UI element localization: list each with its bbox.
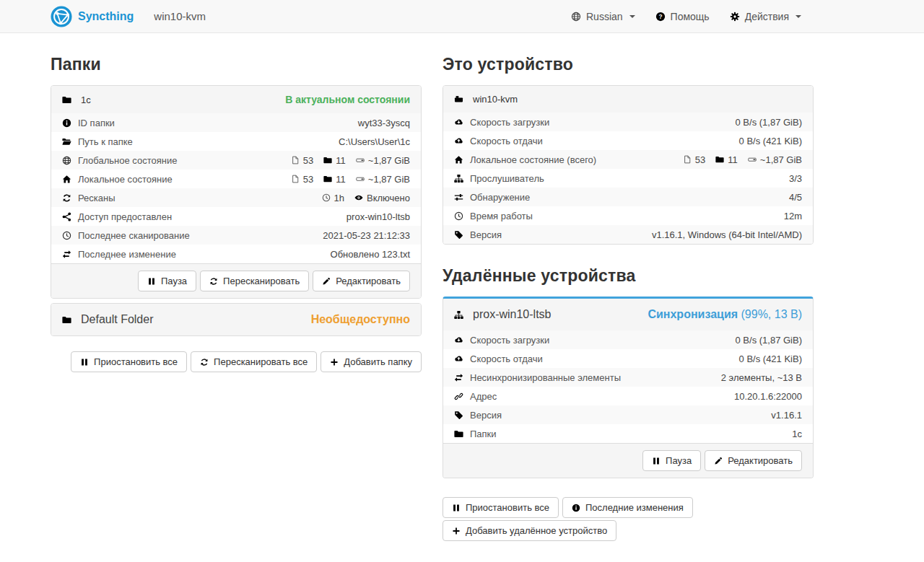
this-device-details-table: Скорость загрузки 0 B/s (1,87 GiB) Скоро… — [443, 113, 813, 244]
sliders-icon — [454, 193, 463, 202]
row-download-rate: Скорость загрузки 0 B/s (1,87 GiB) — [443, 330, 813, 349]
folder-outline-icon — [323, 175, 332, 183]
language-menu-label: Russian — [586, 11, 623, 22]
folder-details-table: ID папки wyt33-3yscq Путь к папке C:\Use… — [51, 113, 421, 263]
row-version: Версия v1.16.1, Windows (64-bit Intel/AM… — [443, 225, 813, 244]
this-device-panel: win10-kvm Скорость загрузки 0 B/s (1,87 … — [443, 85, 814, 245]
folder-panel-1c: 1c В актуальном состоянии ID папки wyt33… — [51, 85, 422, 299]
row-last-scan: Последнее сканирование 2021-05-23 21:12:… — [51, 226, 421, 245]
remote-device-panel-header[interactable]: prox-win10-ltsb Синхронизация (99%, 13 B… — [443, 299, 813, 330]
devices-actions: Приостановить все Последние изменения До… — [443, 497, 814, 541]
out-of-sync-link[interactable]: 2 элементы, ~13 B — [721, 372, 802, 383]
remote-device-title: prox-win10-ltsb — [473, 308, 551, 321]
caret-down-icon — [629, 15, 635, 18]
this-device-panel-header[interactable]: win10-kvm — [443, 86, 813, 113]
pause-icon — [652, 457, 661, 465]
pause-icon — [452, 504, 461, 512]
cloud-upload-icon — [454, 354, 463, 364]
actions-menu[interactable]: Действия — [730, 11, 801, 22]
device-icon — [454, 95, 463, 104]
share-icon — [62, 212, 71, 221]
clock-icon — [62, 231, 71, 240]
folder-pause-button[interactable]: Пауза — [138, 271, 196, 291]
hdd-icon — [748, 155, 757, 164]
folder-status-badge: Необщедоступно — [311, 313, 410, 326]
row-last-change: Последнее изменение Обновлено 123.txt — [51, 245, 421, 263]
folder-icon — [454, 429, 463, 439]
folder-title: 1c — [81, 95, 91, 105]
folder-icon — [62, 315, 71, 325]
exchange-icon — [62, 250, 71, 259]
folder-open-icon — [62, 137, 71, 146]
clock-icon — [454, 211, 463, 221]
folder-edit-button[interactable]: Редактировать — [313, 271, 410, 291]
folder-status-badge: В актуальном состоянии — [285, 94, 410, 105]
cloud-upload-icon — [454, 136, 463, 146]
remote-device-status-badge: Синхронизация (99%, 13 B) — [648, 308, 802, 321]
remote-device-icon — [454, 310, 463, 320]
help-menu-label: Помощь — [671, 11, 710, 22]
rescan-all-button[interactable]: Пересканировать все — [191, 351, 317, 372]
devices-section: Это устройство win10-kvm Скорость загруз… — [443, 33, 814, 541]
info-circle-icon — [62, 118, 71, 128]
file-icon — [291, 175, 300, 183]
remote-pause-button[interactable]: Пауза — [642, 450, 701, 471]
recent-changes-button[interactable]: Последние изменения — [562, 497, 693, 518]
row-discovery: Обнаружение 4/5 — [443, 188, 813, 206]
row-version: Версия v1.16.1 — [443, 405, 813, 424]
refresh-icon — [200, 358, 209, 366]
row-local-state-total: Локальное состояние (всего) 53 11 ~1,87 … — [443, 150, 813, 169]
row-folder-id: ID папки wyt33-3yscq — [51, 113, 421, 132]
globe-icon — [62, 156, 71, 165]
row-folder-path: Путь к папке C:\Users\User\1c — [51, 132, 421, 151]
row-listeners: Прослушиватель 3/3 — [443, 169, 813, 188]
row-upload-rate: Скорость отдачи 0 B/s (421 KiB) — [443, 131, 813, 150]
help-menu[interactable]: Помощь — [655, 11, 710, 22]
syncthing-brand[interactable]: Syncthing — [51, 6, 134, 27]
tag-icon — [454, 230, 463, 240]
language-menu[interactable]: Russian — [571, 11, 635, 22]
exchange-icon — [454, 373, 463, 382]
actions-menu-label: Действия — [745, 11, 789, 22]
remote-edit-button[interactable]: Редактировать — [705, 450, 802, 471]
row-global-state: Глобальное состояние 53 11 ~1,87 GiB — [51, 151, 421, 170]
cloud-download-icon — [454, 118, 463, 127]
row-out-of-sync-items: Несинхронизированные элементы 2 элементы… — [443, 368, 813, 387]
device-title: win10-kvm — [473, 94, 518, 105]
folder-title: Default Folder — [81, 313, 154, 326]
folder-panel-footer: Пауза Пересканировать Редактировать — [51, 263, 421, 298]
caret-down-icon — [796, 15, 801, 18]
hdd-icon — [356, 175, 365, 183]
info-circle-icon — [572, 504, 580, 512]
row-shared-with: Доступ предоставлен prox-win10-ltsb — [51, 207, 421, 226]
pause-icon — [147, 277, 156, 286]
row-local-state: Локальное состояние 53 11 ~1,87 GiB — [51, 170, 421, 188]
navbar-device-name: win10-kvm — [154, 10, 206, 22]
pause-all-devices-button[interactable]: Приостановить все — [443, 497, 559, 518]
file-icon — [291, 156, 300, 164]
row-download-rate: Скорость загрузки 0 B/s (1,87 GiB) — [443, 113, 813, 131]
add-remote-device-button[interactable]: Добавить удалённое устройство — [443, 520, 616, 541]
syncthing-logo-icon — [51, 6, 72, 27]
add-folder-button[interactable]: Добавить папку — [321, 351, 422, 372]
refresh-icon — [62, 193, 71, 203]
row-folders: Папки 1c — [443, 424, 813, 443]
remote-device-panel: prox-win10-ltsb Синхронизация (99%, 13 B… — [443, 297, 814, 478]
sitemap-icon — [454, 174, 463, 183]
pause-all-folders-button[interactable]: Приостановить все — [71, 351, 187, 372]
folder-panel-1c-header[interactable]: 1c В актуальном состоянии — [51, 86, 421, 113]
remote-device-details-table: Скорость загрузки 0 B/s (1,87 GiB) Скоро… — [443, 330, 813, 443]
plus-icon — [452, 527, 461, 535]
folder-panel-default-header[interactable]: Default Folder Необщедоступно — [51, 304, 421, 335]
folders-heading: Папки — [51, 55, 422, 74]
navbar-menu: Russian Помощь Действия — [571, 11, 801, 22]
remote-devices-heading: Удалённые устройства — [443, 266, 814, 286]
gear-icon — [730, 12, 740, 22]
row-rescans: Ресканы 1h Включено — [51, 188, 421, 207]
folder-rescan-button[interactable]: Пересканировать — [200, 271, 309, 291]
cloud-download-icon — [454, 335, 463, 345]
plus-icon — [330, 358, 339, 366]
folder-icon — [62, 95, 71, 105]
home-icon — [62, 175, 71, 184]
tag-icon — [454, 410, 463, 420]
